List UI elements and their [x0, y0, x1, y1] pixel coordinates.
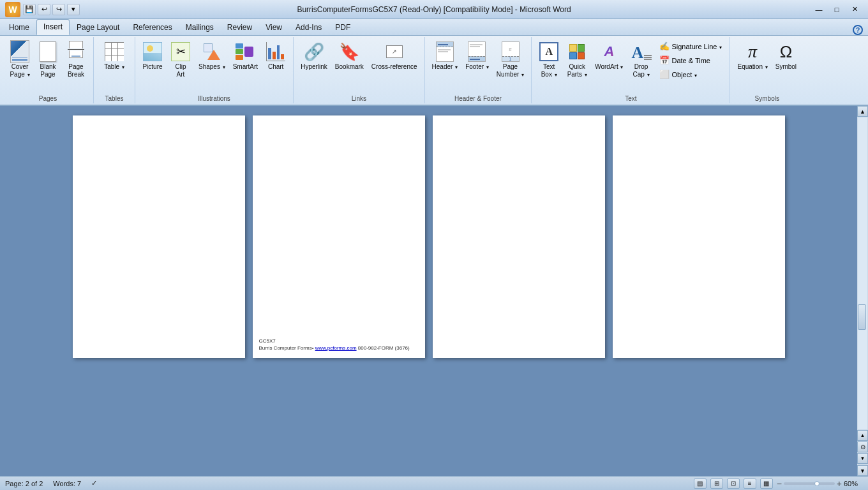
maximize-button[interactable]: □	[828, 4, 845, 15]
wordart-button[interactable]: A WordArt ▾	[592, 40, 626, 73]
table-button[interactable]: Table ▾	[98, 40, 131, 73]
prev-page-button[interactable]: ▲	[857, 430, 868, 441]
header-label: Header ▾	[432, 63, 458, 71]
page-4	[613, 115, 785, 358]
text-box-label: TextBox ▾	[541, 63, 557, 78]
drop-cap-button[interactable]: A DropCap ▾	[627, 40, 654, 80]
footer-line-2: Burris Computer Forms• www.pcforms.com 8…	[259, 345, 419, 352]
scroll-thumb[interactable]	[858, 304, 866, 330]
footer-button[interactable]: Footer ▾	[462, 40, 492, 73]
page-break-button[interactable]: PageBreak	[63, 40, 89, 80]
text-small-buttons: ✍ Signature Line ▾ 📅 Date & Time ⬜ Objec…	[655, 40, 726, 81]
vertical-scrollbar[interactable]: ▲ ▲ ⊙ ▼ ▼	[857, 106, 868, 476]
symbol-button[interactable]: Ω Symbol	[772, 40, 800, 73]
equation-icon: π	[742, 41, 763, 62]
group-links: 🔗 Hyperlink 🔖 Bookmark ↗ Cross-reference…	[294, 37, 424, 103]
links-group-label: Links	[352, 93, 366, 102]
table-label: Table ▾	[104, 63, 124, 71]
text-box-button[interactable]: A TextBox ▾	[535, 40, 562, 80]
bookmark-label: Bookmark	[335, 63, 364, 71]
tab-pdf[interactable]: PDF	[329, 20, 357, 35]
footer-link[interactable]: www.pcforms.com	[315, 345, 357, 351]
page-number-button[interactable]: # 1 PageNumber ▾	[493, 40, 527, 80]
hyperlink-label: Hyperlink	[301, 63, 327, 71]
tab-insert[interactable]: Insert	[36, 19, 70, 35]
blank-page-icon	[38, 41, 58, 62]
window-title: BurrisComputerFormsGC5X7 (Read-Only) [Co…	[297, 5, 571, 14]
signature-line-icon: ✍	[659, 41, 670, 51]
cross-reference-icon: ↗	[384, 41, 405, 62]
next-page-button[interactable]: ▼	[857, 453, 868, 464]
view-web-button[interactable]: ⊡	[727, 479, 740, 489]
shapes-label: Shapes ▾	[198, 63, 225, 71]
view-print-button[interactable]: ▤	[694, 479, 707, 489]
tab-home[interactable]: Home	[3, 20, 36, 35]
window-controls: — □ ✕	[811, 4, 863, 15]
cover-page-button[interactable]: CoverPage ▾	[6, 40, 33, 80]
help-button[interactable]: ?	[853, 25, 863, 35]
page-2-footer: GC5X7 Burris Computer Forms• www.pcforms…	[259, 338, 419, 352]
zoom-out-button[interactable]: −	[777, 479, 782, 489]
smartart-button[interactable]: SmartArt	[230, 40, 261, 73]
picture-button[interactable]: Picture	[139, 40, 166, 73]
hyperlink-icon: 🔗	[304, 41, 324, 62]
page-1	[73, 115, 245, 358]
shapes-button[interactable]: Shapes ▾	[195, 40, 228, 73]
zoom-track	[784, 482, 835, 485]
object-label: Object ▾	[671, 71, 697, 78]
date-time-label: Date & Time	[671, 57, 710, 64]
save-button[interactable]: 💾	[23, 4, 36, 15]
bookmark-button[interactable]: 🔖 Bookmark	[332, 40, 367, 73]
zoom-in-button[interactable]: +	[837, 479, 842, 489]
select-object-button[interactable]: ⊙	[857, 442, 868, 452]
redo-button[interactable]: ↪	[52, 4, 65, 15]
undo-button[interactable]: ↩	[38, 4, 50, 15]
symbols-group-label: Symbols	[755, 93, 779, 102]
drop-cap-icon: A	[631, 41, 651, 62]
tab-review[interactable]: Review	[221, 20, 258, 35]
signature-line-button[interactable]: ✍ Signature Line ▾	[655, 40, 726, 53]
symbol-icon: Ω	[775, 41, 796, 62]
group-tables: Table ▾ Tables	[94, 37, 135, 103]
view-fullscreen-button[interactable]: ⊞	[710, 479, 723, 489]
title-bar: W 💾 ↩ ↪ ▾ BurrisComputerFormsGC5X7 (Read…	[0, 0, 868, 19]
equation-button[interactable]: π Equation ▾	[734, 40, 770, 73]
header-button[interactable]: Header ▾	[429, 40, 461, 73]
scroll-up-button[interactable]: ▲	[857, 106, 868, 117]
date-time-icon: 📅	[659, 56, 670, 65]
tab-view[interactable]: View	[259, 20, 288, 35]
shapes-icon	[202, 41, 222, 62]
quick-parts-button[interactable]: QuickParts ▾	[564, 40, 590, 80]
group-pages: CoverPage ▾ BlankPage	[3, 37, 94, 103]
pages-buttons: CoverPage ▾ BlankPage	[6, 38, 89, 93]
quickaccess-toolbar: 💾 ↩ ↪ ▾	[23, 4, 80, 15]
view-outline-button[interactable]: ≡	[744, 479, 756, 489]
smartart-label: SmartArt	[233, 63, 258, 71]
footer-label: Footer ▾	[465, 63, 489, 71]
cross-reference-button[interactable]: ↗ Cross-reference	[368, 40, 421, 73]
status-right: ▤ ⊞ ⊡ ≡ ▦ − + 60%	[694, 479, 863, 489]
chart-button[interactable]: Chart	[262, 40, 289, 73]
tab-page-layout[interactable]: Page Layout	[70, 20, 126, 35]
scroll-track[interactable]	[858, 117, 867, 429]
tab-mailings[interactable]: Mailings	[179, 20, 220, 35]
minimize-button[interactable]: —	[811, 4, 827, 15]
blank-page-button[interactable]: BlankPage	[34, 40, 61, 80]
date-time-button[interactable]: 📅 Date & Time	[655, 54, 726, 67]
clip-art-button[interactable]: ✂ ClipArt	[167, 40, 194, 80]
customize-button[interactable]: ▾	[67, 4, 80, 15]
spellcheck-icon[interactable]: ✓	[91, 479, 97, 487]
object-button[interactable]: ⬜ Object ▾	[655, 68, 726, 81]
tab-addins[interactable]: Add-Ins	[289, 20, 328, 35]
tab-references[interactable]: References	[126, 20, 178, 35]
close-button[interactable]: ✕	[846, 4, 863, 15]
table-icon	[104, 41, 124, 62]
office-logo: W	[5, 2, 20, 17]
zoom-slider[interactable]	[784, 479, 835, 488]
hyperlink-button[interactable]: 🔗 Hyperlink	[297, 40, 331, 73]
view-draft-button[interactable]: ▦	[760, 479, 773, 489]
zoom-thumb[interactable]	[814, 481, 819, 486]
signature-line-label: Signature Line ▾	[671, 43, 722, 50]
wordart-icon: A	[599, 41, 619, 62]
scroll-down-button[interactable]: ▼	[857, 465, 868, 476]
